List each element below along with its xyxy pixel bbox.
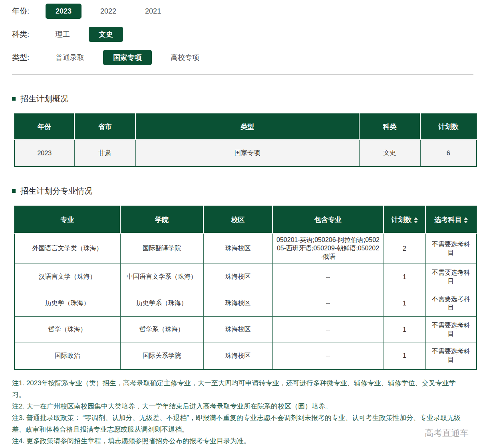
cell: 2 <box>384 233 425 264</box>
column-header-1: 专业 <box>14 206 120 233</box>
cell: -- <box>272 317 384 343</box>
cell: 1 <box>384 343 425 369</box>
majors-table-body: 外国语言文学类（珠海）国际翻译学院珠海校区050201-英语;050206-阿拉… <box>14 233 477 369</box>
cell: 中国语言文学系（珠海） <box>120 264 203 290</box>
overview-table-head: 年份省市类型科类计划数 <box>14 114 477 140</box>
cell: 国家专项 <box>135 140 359 167</box>
overview-section-title: 招生计划概况 <box>12 93 479 104</box>
cell: 哲学系（珠海） <box>120 317 203 343</box>
column-header-2: 学院 <box>120 206 203 233</box>
cell: 不需要选考科目 <box>425 317 477 343</box>
filter-label: 年份: <box>12 6 46 16</box>
cell: 1 <box>384 317 425 343</box>
column-header-6[interactable]: 选考科目 <box>425 206 477 233</box>
column-header-label: 年份 <box>38 123 51 131</box>
overview-table: 年份省市类型科类计划数 2023甘肃国家专项文史6 <box>14 113 477 167</box>
note: 注2. 大一在广州校区南校园集中大类培养，大一学年结束后进入高考录取专业所在院系… <box>12 400 467 412</box>
sort-down-icon <box>414 221 418 223</box>
cell: 珠海校区 <box>203 233 272 264</box>
divider <box>12 74 473 75</box>
filter-option-普通录取[interactable]: 普通录取 <box>46 50 94 65</box>
filter-label: 科类: <box>12 29 46 40</box>
cell: 外国语言文学类（珠海） <box>14 233 120 264</box>
majors-section-title: 招生计划分专业情况 <box>12 186 479 196</box>
filter-option-高校专项[interactable]: 高校专项 <box>161 50 209 65</box>
cell: 不需要选考科目 <box>425 264 477 290</box>
sort-down-icon <box>464 221 468 223</box>
admission-plan-page: 年份:202320222021科类:理工文史类型:普通录取国家专项高校专项 招生… <box>0 0 479 448</box>
cell: 2023 <box>14 140 74 167</box>
sort-icon[interactable] <box>414 217 418 223</box>
filter-row-category: 科类:理工文史 <box>12 26 479 42</box>
header-row: 专业学院校区包含专业计划数选考科目 <box>14 206 477 233</box>
cell: 甘肃 <box>74 140 135 167</box>
notes: 注1. 2023年按院系专业（类）招生，高考录取确定主修专业，大一至大四均可申请… <box>12 377 467 447</box>
cell: 历史学系（珠海） <box>120 290 203 317</box>
filter-row-type: 类型:普通录取国家专项高校专项 <box>12 50 479 65</box>
column-header-label: 类型 <box>240 123 254 131</box>
section-title-text: 招生计划概况 <box>20 93 68 104</box>
sort-icon[interactable] <box>464 217 468 223</box>
filter-row-year: 年份:202320222021 <box>12 3 479 19</box>
column-header-3: 校区 <box>203 206 272 233</box>
table-row: 哲学（珠海）哲学系（珠海）珠海校区--1不需要选考科目 <box>14 317 477 343</box>
cell: 哲学（珠海） <box>14 317 120 343</box>
table-row: 汉语言文学（珠海）中国语言文学系（珠海）珠海校区--1不需要选考科目 <box>14 264 477 290</box>
filter-option-2023[interactable]: 2023 <box>46 4 81 19</box>
column-header-2: 省市 <box>74 114 135 140</box>
column-header-4: 包含专业 <box>272 206 384 233</box>
note: 注1. 2023年按院系专业（类）招生，高考录取确定主修专业，大一至大四均可申请… <box>12 377 467 400</box>
column-header-label: 计划数 <box>392 216 412 224</box>
column-header-label: 包含专业 <box>314 216 342 224</box>
table-row: 历史学（珠海）历史学系（珠海）珠海校区--1不需要选考科目 <box>14 290 477 317</box>
cell: 汉语言文学（珠海） <box>14 264 120 290</box>
column-header-1: 年份 <box>14 114 74 140</box>
cell: -- <box>272 343 384 369</box>
filters: 年份:202320222021科类:理工文史类型:普通录取国家专项高校专项 <box>0 0 479 65</box>
table-row: 国际政治国际关系学院珠海校区--1不需要选考科目 <box>14 343 477 369</box>
cell: 珠海校区 <box>203 317 272 343</box>
cell: 1 <box>384 264 425 290</box>
overview-table-body: 2023甘肃国家专项文史6 <box>14 140 477 167</box>
cell: 1 <box>384 290 425 317</box>
table-row: 2023甘肃国家专项文史6 <box>14 140 477 167</box>
watermark: 高考直通车 <box>425 427 469 439</box>
column-header-4: 科类 <box>359 114 420 140</box>
square-bullet-icon <box>12 97 16 101</box>
column-header-label: 省市 <box>98 123 112 131</box>
column-header-5: 计划数 <box>420 114 477 140</box>
column-header-3: 类型 <box>135 114 359 140</box>
cell: 文史 <box>359 140 420 167</box>
majors-table: 专业学院校区包含专业计划数选考科目 外国语言文学类（珠海）国际翻译学院珠海校区0… <box>14 206 477 370</box>
filter-option-国家专项[interactable]: 国家专项 <box>103 50 152 65</box>
table-row: 外国语言文学类（珠海）国际翻译学院珠海校区050201-英语;050206-阿拉… <box>14 233 477 264</box>
filter-option-文史[interactable]: 文史 <box>89 27 123 42</box>
cell: 国际政治 <box>14 343 120 369</box>
column-header-5[interactable]: 计划数 <box>384 206 425 233</box>
cell: 不需要选考科目 <box>425 290 477 317</box>
filter-option-2021[interactable]: 2021 <box>135 4 171 19</box>
cell: 不需要选考科目 <box>425 343 477 369</box>
header-row: 年份省市类型科类计划数 <box>14 114 477 140</box>
note: 注4. 更多政策请参阅招生章程，填志愿须参照省招办公布的报考专业目录为准。 <box>12 435 467 447</box>
cell: 珠海校区 <box>203 343 272 369</box>
column-header-label: 科类 <box>383 123 397 131</box>
cell: 国际关系学院 <box>120 343 203 369</box>
column-header-label: 专业 <box>61 216 74 224</box>
column-header-label: 学院 <box>155 216 169 224</box>
cell: 珠海校区 <box>203 290 272 317</box>
section-title-text: 招生计划分专业情况 <box>20 186 92 196</box>
filter-option-理工[interactable]: 理工 <box>46 27 80 42</box>
filter-label: 类型: <box>12 52 46 63</box>
cell: 不需要选考科目 <box>425 233 477 264</box>
cell: 珠海校区 <box>203 264 272 290</box>
majors-table-head: 专业学院校区包含专业计划数选考科目 <box>14 206 477 233</box>
cell: 050201-英语;050206-阿拉伯语;050205-西班牙语;050209… <box>272 233 384 264</box>
column-header-label: 选考科目 <box>435 216 462 224</box>
cell: 历史学（珠海） <box>14 290 120 317</box>
note: 注3. 普通批录取政策： “零调剂、认加分、无级差、不退档”，即报满不重复的专业… <box>12 412 467 435</box>
column-header-label: 校区 <box>231 216 245 224</box>
filter-option-2022[interactable]: 2022 <box>90 4 126 19</box>
square-bullet-icon <box>12 189 16 193</box>
sort-up-icon <box>414 217 418 220</box>
